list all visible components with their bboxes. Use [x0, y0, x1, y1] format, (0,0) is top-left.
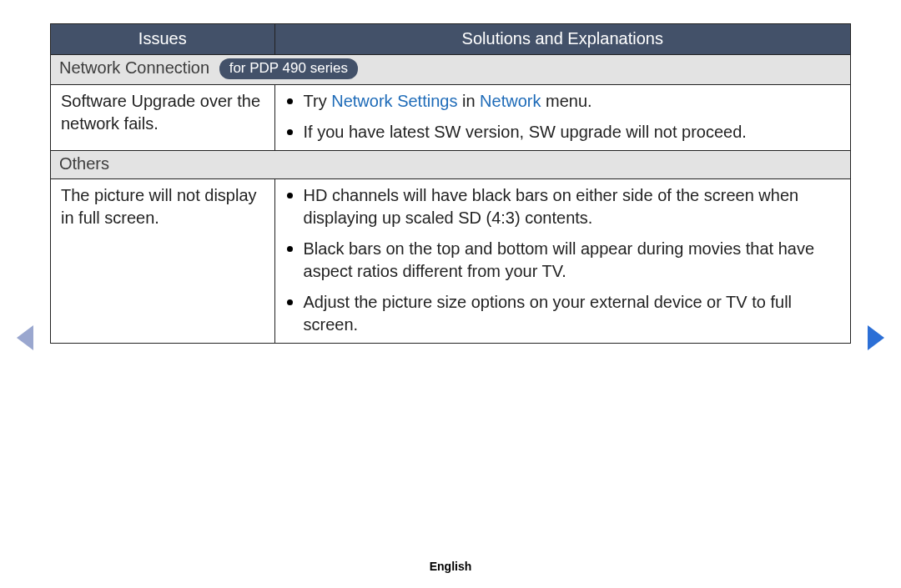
- triangle-right-icon: [866, 324, 886, 352]
- prev-page-arrow[interactable]: [15, 324, 35, 352]
- solution-cell: HD channels will have black bars on eith…: [274, 179, 850, 344]
- section-network-connection: Network Connection for PDP 490 series: [51, 55, 851, 85]
- svg-marker-1: [868, 325, 884, 350]
- next-page-arrow[interactable]: [866, 324, 886, 352]
- table-row: Software Upgrade over the network fails.…: [51, 85, 851, 151]
- table-header-row: Issues Solutions and Explanations: [51, 24, 851, 55]
- list-item: Adjust the picture size options on your …: [300, 291, 842, 336]
- manual-page: Issues Solutions and Explanations Networ…: [0, 0, 901, 588]
- list-item: Black bars on the top and bottom will ap…: [300, 238, 842, 283]
- col-header-issues: Issues: [51, 24, 275, 55]
- list-item: If you have latest SW version, SW upgrad…: [300, 121, 842, 143]
- section-title: Network Connection: [59, 58, 209, 77]
- menu-ref: Network Settings: [331, 92, 457, 110]
- table-row: The picture will not display in full scr…: [51, 179, 851, 344]
- model-badge: for PDP 490 series: [219, 58, 358, 79]
- section-title: Others: [51, 151, 851, 179]
- issue-cell: Software Upgrade over the network fails.: [51, 85, 275, 151]
- troubleshooting-table: Issues Solutions and Explanations Networ…: [50, 23, 851, 344]
- triangle-left-icon: [15, 324, 35, 352]
- issue-cell: The picture will not display in full scr…: [51, 179, 275, 344]
- section-others: Others: [51, 151, 851, 179]
- solution-cell: Try Network Settings in Network menu. If…: [274, 85, 850, 151]
- menu-ref: Network: [480, 92, 541, 110]
- page-footer-language: English: [0, 560, 901, 573]
- list-item: HD channels will have black bars on eith…: [300, 184, 842, 229]
- list-item: Try Network Settings in Network menu.: [300, 90, 842, 113]
- col-header-solutions: Solutions and Explanations: [274, 24, 850, 55]
- svg-marker-0: [17, 325, 33, 350]
